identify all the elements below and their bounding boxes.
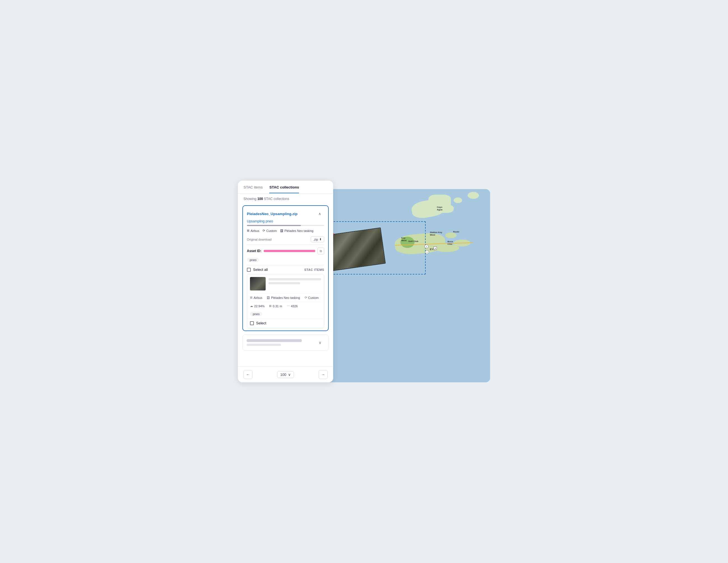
pleiades-icon: 🖼 <box>280 229 283 233</box>
stac-item-tags: ⊞ Airbus 🖼 Pléiades Neo tasking ⟳ Custom <box>247 293 324 302</box>
stac-badge-row: pneo <box>247 310 324 318</box>
panel-body[interactable]: PleiadesNeo_Upsampling.zip ∧ Upsampling … <box>238 203 333 366</box>
stac-item-lines <box>268 277 321 290</box>
prev-page-btn[interactable]: ← <box>244 370 252 379</box>
card-progress-fill <box>247 225 301 226</box>
island-small <box>445 233 456 238</box>
gray-line-2 <box>247 344 281 346</box>
card-progress-bar <box>247 225 324 226</box>
place-golf-club: Golf Club <box>408 240 418 243</box>
page-value: 100 <box>280 372 286 377</box>
showing-prefix: Showing <box>244 197 257 201</box>
line-ph-1 <box>268 278 321 281</box>
tag-airbus: ⊞ Airbus <box>247 229 259 233</box>
stac-tag-airbus: ⊞ Airbus <box>250 296 262 299</box>
stac-item-card: ⊞ Airbus 🖼 Pléiades Neo tasking ⟳ Custom <box>247 274 324 328</box>
land-patch <box>454 198 462 203</box>
dots-icon: ⋯ <box>287 304 290 308</box>
tag-pleiades: 🖼 Pléiades Neo tasking <box>280 229 313 233</box>
resolution-value: 0.31 m <box>273 304 282 308</box>
place-boca-chic: BocaChic <box>448 240 453 246</box>
line-ph-2 <box>268 282 300 284</box>
select-all-label[interactable]: Select all <box>247 268 268 272</box>
next-page-btn[interactable]: → <box>319 370 328 379</box>
page-select[interactable]: 100 ∨ <box>277 371 294 378</box>
land-patch <box>468 192 479 199</box>
tab-stac-items[interactable]: STAC items <box>244 185 263 193</box>
select-label: Select <box>256 321 266 325</box>
copy-btn[interactable]: ⧉ <box>317 248 324 254</box>
stac-airbus-label: Airbus <box>254 296 262 299</box>
place-key-west: KeyWest <box>401 237 407 242</box>
showing-suffix: STAC collections <box>263 197 289 201</box>
map-marker-1a: 1 <box>425 250 429 254</box>
download-icon: ⬇ <box>319 238 322 241</box>
gray-card-lines <box>247 339 316 346</box>
stac-airbus-icon: ⊞ <box>250 296 252 299</box>
place-rocki: Rocki <box>453 231 459 233</box>
zip-label: .zip <box>313 238 318 241</box>
resolution-stat: ⊞ 0.31 m <box>269 304 282 308</box>
card-subtitle: Upsampling pneo <box>243 219 328 225</box>
card-header: PleiadesNeo_Upsampling.zip ∧ <box>243 206 328 219</box>
stac-pleiades-icon: 🖼 <box>267 296 270 299</box>
card-title: PleiadesNeo_Upsampling.zip <box>247 212 298 216</box>
showing-number: 100 <box>257 197 263 201</box>
showing-count: Showing 100 STAC collections <box>238 194 333 203</box>
dropdown-chevron: ∨ <box>288 372 291 377</box>
stac-thumb <box>250 277 266 290</box>
gray-card-expand-btn[interactable]: ∨ <box>316 338 324 347</box>
stac-item-stats: ☁ 22.94% ⊞ 0.31 m ⋯ 4326 <box>247 302 324 310</box>
select-all-text: Select all <box>253 268 268 272</box>
select-checkbox[interactable] <box>250 321 254 325</box>
download-label: Original download <box>247 238 272 241</box>
stac-tag-custom: ⟳ Custom <box>305 296 319 299</box>
card-collapse-btn[interactable]: ∧ <box>315 209 324 218</box>
select-row: Select <box>247 318 324 328</box>
stac-item-top <box>247 274 324 293</box>
custom-label: Custom <box>266 229 277 233</box>
asset-id-row: Asset ID: ⧉ <box>243 245 328 257</box>
download-row: Original download .zip ⬇ <box>243 235 328 245</box>
stac-custom-icon: ⟳ <box>305 296 307 299</box>
stac-custom-label: Custom <box>308 296 319 299</box>
cloud-stat: ☁ 22.94% <box>250 304 265 308</box>
screen-container: CayoAgua KeyWest Golf Club Station KeyWe… <box>238 181 490 382</box>
place-station: Station KeyWest <box>430 231 442 236</box>
pleiades-label: Pléiades Neo tasking <box>284 229 313 233</box>
card-tags: ⊞ Airbus ⟳ Custom 🖼 Pléiades Neo tasking <box>243 229 328 235</box>
zip-download-btn[interactable]: .zip ⬇ <box>311 237 324 242</box>
select-all-row: Select all STAC ITEMS <box>243 265 328 274</box>
gray-card: ∨ <box>242 334 329 351</box>
pneo-badge: pneo <box>247 258 259 262</box>
grid-icon: ⊞ <box>269 304 272 308</box>
gray-line-1 <box>247 339 302 342</box>
tab-stac-collections[interactable]: STAC collections <box>269 185 299 193</box>
map-marker-plane: ✈ <box>433 247 437 250</box>
asset-id-label: Asset ID: <box>247 249 261 253</box>
select-all-checkbox[interactable] <box>247 268 251 272</box>
stac-tag-pleiades: 🖼 Pléiades Neo tasking <box>267 296 300 299</box>
cloud-icon: ☁ <box>250 304 253 308</box>
cloud-value: 22.94% <box>254 304 265 308</box>
stac-pneo-badge: pneo <box>250 312 262 316</box>
collection-card: PleiadesNeo_Upsampling.zip ∧ Upsampling … <box>242 205 329 331</box>
asset-id-bar <box>264 250 315 252</box>
stac-items-header: STAC ITEMS <box>304 268 324 272</box>
place-cayo-agua: CayoAgua <box>437 206 442 211</box>
map-marker-1: 1 <box>425 245 428 249</box>
custom-icon: ⟳ <box>263 229 265 233</box>
count-value: 4326 <box>291 304 298 308</box>
panel-footer: ← 100 ∨ → <box>238 366 333 382</box>
panel: STAC items STAC collections Showing 100 … <box>238 181 333 382</box>
stac-thumb-inner <box>250 277 266 290</box>
stac-pleiades-label: Pléiades Neo tasking <box>271 296 300 299</box>
count-stat: ⋯ 4326 <box>287 304 298 308</box>
airbus-label: Airbus <box>251 229 259 233</box>
tag-custom: ⟳ Custom <box>263 229 277 233</box>
airbus-icon: ⊞ <box>247 229 249 233</box>
tab-bar: STAC items STAC collections <box>238 181 333 194</box>
